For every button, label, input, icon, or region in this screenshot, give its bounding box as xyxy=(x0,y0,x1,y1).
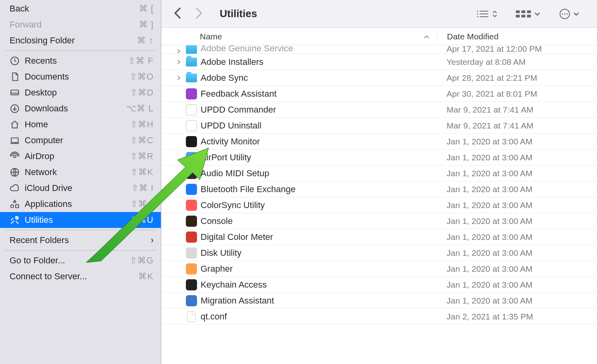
file-row[interactable]: ConsoleJan 1, 2020 at 3:00 AM xyxy=(162,213,597,229)
svg-rect-20 xyxy=(516,15,520,18)
app-icon xyxy=(186,295,197,306)
menu-item-desktop[interactable]: Desktop⇧⌘D xyxy=(0,85,161,101)
menu-item-recents[interactable]: Recents⇧⌘ F xyxy=(0,53,161,69)
menu-item-label: Enclosing Folder xyxy=(10,35,137,46)
view-grid-button[interactable] xyxy=(510,10,546,18)
menu-item-forward: Forward⌘ ] xyxy=(0,17,161,33)
menu-item-connect-to-server[interactable]: Connect to Server...⌘K xyxy=(0,269,161,284)
file-date: Yesterday at 8:08 AM xyxy=(437,57,597,67)
file-name: Console xyxy=(198,216,437,226)
menu-item-label: iCloud Drive xyxy=(25,183,131,193)
file-name: ColorSync Utility xyxy=(198,200,437,210)
file-row[interactable]: Migration AssistantJan 1, 2020 at 3:00 A… xyxy=(162,293,597,309)
file-row[interactable]: qt.confJan 2, 2021 at 1:35 PM xyxy=(162,309,597,325)
file-date: Jan 2, 2021 at 1:35 PM xyxy=(437,312,597,321)
file-name: Activity Monitor xyxy=(198,136,437,147)
file-date: Apr 28, 2021 at 2:21 PM xyxy=(437,73,597,83)
keyboard-shortcut: ⌘ [ xyxy=(139,4,154,14)
desktop-icon xyxy=(10,88,25,98)
keyboard-shortcut: ⇧⌘U xyxy=(130,215,154,225)
menu-item-back[interactable]: Back⌘ [ xyxy=(0,1,161,17)
svg-point-13 xyxy=(477,13,478,14)
utilities-icon xyxy=(10,215,25,225)
apps-icon xyxy=(10,199,25,209)
file-row[interactable]: AirPort UtilityJan 1, 2020 at 3:00 AM xyxy=(162,150,597,165)
file-name: Adobe Sync xyxy=(198,73,437,83)
menu-item-documents[interactable]: Documents⇧⌘O xyxy=(0,69,161,85)
file-row[interactable]: Audio MIDI SetupJan 1, 2020 at 3:00 AM xyxy=(162,165,597,181)
updown-icon xyxy=(492,9,498,19)
document-icon xyxy=(187,311,196,322)
menu-item-label: Documents xyxy=(25,72,130,82)
folder-icon xyxy=(186,74,197,82)
disclosure-chevron-icon[interactable] xyxy=(177,60,181,64)
more-actions-button[interactable] xyxy=(553,8,585,20)
file-date: Jan 1, 2020 at 3:00 AM xyxy=(437,137,597,146)
file-row[interactable]: Keychain AccessJan 1, 2020 at 3:00 AM xyxy=(162,277,597,293)
file-row[interactable]: UPDD CommanderMar 9, 2021 at 7:41 AM xyxy=(162,102,597,118)
file-date: Apr 30, 2021 at 8:01 PM xyxy=(437,89,597,99)
view-list-button[interactable] xyxy=(470,9,503,19)
keyboard-shortcut: ⇧⌘G xyxy=(130,255,154,266)
keyboard-shortcut: ⌘ ] xyxy=(139,19,154,30)
file-name: UPDD Commander xyxy=(198,105,437,115)
file-row[interactable]: Bluetooth File ExchangeJan 1, 2020 at 3:… xyxy=(162,181,597,197)
menu-item-icloud-drive[interactable]: iCloud Drive⇧⌘ I xyxy=(0,180,161,196)
sort-indicator[interactable] xyxy=(423,32,437,41)
menu-item-recent-folders[interactable]: Recent Folders› xyxy=(0,232,161,248)
disclosure-chevron-icon[interactable] xyxy=(177,76,181,80)
nav-forward-button[interactable] xyxy=(195,7,203,21)
svg-rect-17 xyxy=(516,10,520,13)
file-name: Disk Utility xyxy=(198,248,437,258)
keyboard-shortcut: ⇧⌘H xyxy=(130,119,154,130)
svg-point-15 xyxy=(477,16,478,17)
file-row[interactable]: UPDD UninstallMar 9, 2021 at 7:41 AM xyxy=(162,118,597,134)
keyboard-shortcut: ⌘ ↑ xyxy=(137,35,154,46)
file-row[interactable]: Disk UtilityJan 1, 2020 at 3:00 AM xyxy=(162,245,597,261)
file-row[interactable]: Adobe SyncApr 28, 2021 at 2:21 PM xyxy=(162,70,597,86)
menu-item-utilities[interactable]: Utilities⇧⌘U xyxy=(0,212,161,228)
menu-item-applications[interactable]: Applications⇧⌘A xyxy=(0,196,161,212)
svg-point-25 xyxy=(564,13,565,14)
svg-point-26 xyxy=(566,13,568,14)
app-icon xyxy=(186,88,197,99)
file-name: Keychain Access xyxy=(198,280,437,290)
menu-item-airdrop[interactable]: AirDrop⇧⌘R xyxy=(0,148,161,164)
file-row[interactable]: Digital Color MeterJan 1, 2020 at 3:00 A… xyxy=(162,229,597,245)
doc-icon xyxy=(10,72,25,82)
file-date: Apr 17, 2021 at 12:00 PM xyxy=(437,45,597,54)
keyboard-shortcut: ⇧⌘R xyxy=(130,151,154,162)
menu-item-enclosing-folder[interactable]: Enclosing Folder⌘ ↑ xyxy=(0,33,161,49)
menu-item-downloads[interactable]: Downloads⌥⌘ L xyxy=(0,101,161,117)
menu-item-go-to-folder[interactable]: Go to Folder...⇧⌘G xyxy=(0,253,161,269)
menu-item-home[interactable]: Home⇧⌘H xyxy=(0,117,161,132)
menu-item-network[interactable]: Network⇧⌘K xyxy=(0,164,161,180)
menu-item-label: Applications xyxy=(25,199,131,209)
keyboard-shortcut: ⇧⌘ F xyxy=(128,56,154,66)
disclosure-chevron-icon[interactable] xyxy=(177,49,181,54)
file-name: Feedback Assistant xyxy=(198,89,437,99)
file-row[interactable]: Adobe InstallersYesterday at 8:08 AM xyxy=(162,54,597,70)
menu-item-label: Go to Folder... xyxy=(10,255,130,266)
menu-item-computer[interactable]: Computer⇧⌘C xyxy=(0,132,161,148)
menu-item-label: Recent Folders xyxy=(10,235,151,245)
keyboard-shortcut: ⇧⌘C xyxy=(130,135,154,146)
menu-item-label: Utilities xyxy=(25,215,130,225)
svg-point-8 xyxy=(11,205,14,208)
file-row[interactable]: Activity MonitorJan 1, 2020 at 3:00 AM xyxy=(162,134,597,150)
file-row[interactable]: Adobe Genuine ServiceApr 17, 2021 at 12:… xyxy=(162,45,597,54)
file-row[interactable]: Feedback AssistantApr 30, 2021 at 8:01 P… xyxy=(162,86,597,102)
menu-separator xyxy=(5,51,156,51)
file-name: Grapher xyxy=(198,264,437,274)
keyboard-shortcut: ⇧⌘K xyxy=(131,167,154,177)
column-name-header[interactable]: Name xyxy=(200,32,222,41)
file-date: Jan 1, 2020 at 3:00 AM xyxy=(437,232,597,242)
chevron-down-icon xyxy=(534,12,540,16)
file-row[interactable]: ColorSync UtilityJan 1, 2020 at 3:00 AM xyxy=(162,197,597,213)
file-row[interactable]: GrapherJan 1, 2020 at 3:00 AM xyxy=(162,261,597,277)
file-date: Jan 1, 2020 at 3:00 AM xyxy=(437,216,597,226)
nav-back-button[interactable] xyxy=(174,7,181,21)
svg-rect-19 xyxy=(527,10,531,13)
svg-rect-9 xyxy=(16,205,19,208)
column-date-header[interactable]: Date Modified xyxy=(437,32,597,41)
